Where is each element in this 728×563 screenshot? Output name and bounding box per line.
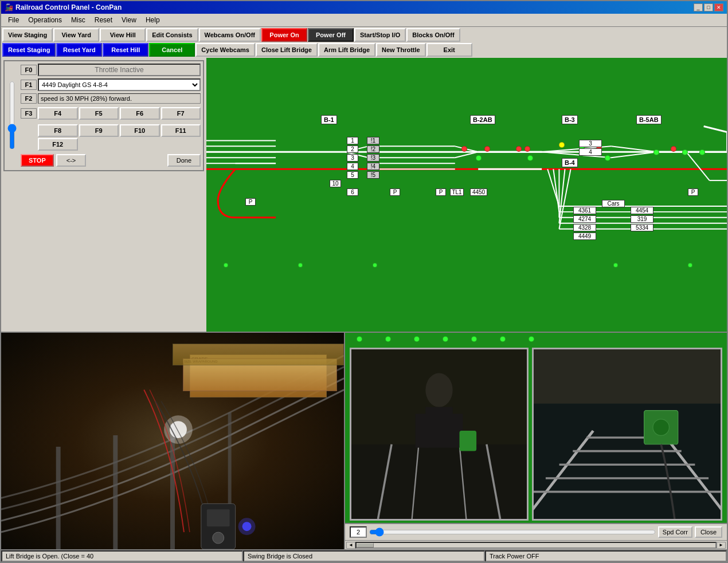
menu-view[interactable]: View (117, 15, 141, 25)
indicator-red-4 (525, 146, 530, 152)
title-bar: 🚂 Railroad Control Panel - ConPan _ □ ✕ (1, 1, 727, 14)
main-content: F0 Throttle Inactive F1 4449 Daylight GS… (1, 58, 727, 332)
cancel-button[interactable]: Cancel (149, 43, 195, 57)
close-lift-bridge-button[interactable]: Close Lift Bridge (256, 43, 318, 57)
scrollbar-track[interactable] (355, 542, 717, 549)
exit-button[interactable]: Exit (426, 43, 472, 57)
track-6-box: 6 (347, 188, 358, 196)
car-319: 319 (631, 215, 653, 223)
view-yard-button[interactable]: View Yard (53, 28, 99, 42)
close-webcam-button[interactable]: Close (695, 526, 722, 538)
status-dot-7 (529, 336, 534, 342)
throttle-speed-slider[interactable] (7, 81, 17, 149)
f3-label: F3 (21, 108, 37, 119)
block-b3-label: B-3 (562, 115, 578, 124)
indicator-red-1 (461, 146, 467, 152)
f12-button[interactable]: F12 (38, 138, 78, 151)
menu-help[interactable]: Help (141, 15, 165, 25)
loco-4450-label: 4450 (470, 188, 487, 196)
menu-reset[interactable]: Reset (90, 15, 117, 25)
ind-5-box: !5 (367, 171, 379, 179)
block-b5ab-label: B-5AB (636, 115, 662, 124)
f10-button[interactable]: F10 (120, 124, 160, 137)
webcams-onoff-button[interactable]: Webcams On/Off (199, 28, 261, 42)
speed-number-input[interactable] (350, 526, 367, 538)
indicator-yellow-1 (559, 142, 565, 148)
swing-bridge-status: Swing Bridge is Closed (243, 550, 485, 562)
track-10-box: 10 (330, 180, 341, 187)
throttle-bottom-controls: Spd Corr Close (345, 523, 727, 540)
svg-point-55 (425, 373, 452, 407)
maximize-button[interactable]: □ (704, 3, 713, 11)
view-hill-button[interactable]: View Hill (100, 28, 146, 42)
power-off-button[interactable]: Power Off (308, 28, 354, 42)
edit-consists-button[interactable]: Edit Consists (146, 28, 198, 42)
f7-button[interactable]: F7 (161, 107, 201, 120)
view-staging-button[interactable]: View Staging (2, 28, 53, 42)
menu-misc[interactable]: Misc (66, 15, 90, 25)
track-2-box: 2 (347, 145, 358, 153)
car-4449: 4449 (573, 233, 596, 240)
f8-button[interactable]: F8 (38, 124, 78, 137)
svg-rect-56 (425, 407, 452, 448)
close-button[interactable]: ✕ (714, 3, 723, 11)
bottom-dot-1 (224, 263, 228, 267)
start-stop-io-button[interactable]: Start/Stop I/O (354, 28, 406, 42)
status-dot-4 (443, 336, 448, 342)
power-on-button[interactable]: Power On (261, 28, 307, 42)
f5-button[interactable]: F5 (79, 107, 119, 120)
direction-button[interactable]: <-> (56, 154, 87, 167)
done-button[interactable]: Done (167, 154, 201, 167)
f2-label: F2 (21, 93, 37, 104)
bottom-dot-3 (373, 263, 377, 267)
ind-4-box: !4 (367, 163, 379, 170)
bottom-dot-5 (688, 263, 692, 267)
bottom-dot-4 (613, 263, 618, 267)
track-power-status: Track Power OFF (485, 550, 727, 562)
reset-staging-button[interactable]: Reset Staging (2, 43, 56, 57)
cycle-webcams-button[interactable]: Cycle Webcams (195, 43, 255, 57)
indicator-green-6 (682, 149, 688, 155)
status-dot-6 (500, 336, 506, 342)
ind-1-box: !1 (367, 137, 379, 144)
track-diagram (206, 58, 727, 332)
app-icon: 🚂 (5, 3, 13, 11)
minimize-button[interactable]: _ (694, 3, 703, 11)
svg-point-48 (213, 532, 224, 544)
block-b4-label: B-4 (562, 158, 578, 167)
track-layout: B-1 B-2AB B-3 B-4 B-5AB B-6 B-13 B-7 1 2… (206, 58, 727, 332)
speed-slider-bottom[interactable] (369, 527, 656, 537)
indicator-green-2 (527, 155, 533, 161)
track-5-box: 5 (347, 171, 358, 179)
svg-rect-61 (534, 349, 721, 404)
f11-button[interactable]: F11 (161, 124, 201, 137)
p-label-2: P (390, 188, 400, 196)
status-dot-5 (471, 336, 477, 342)
menu-bar: File Operations Misc Reset View Help (1, 14, 727, 27)
scroll-right-button[interactable]: ► (717, 542, 726, 549)
throttle-panel: F0 Throttle Inactive F1 4449 Daylight GS… (3, 60, 204, 171)
reset-yard-button[interactable]: Reset Yard (56, 43, 102, 57)
svg-point-70 (653, 419, 669, 435)
new-throttle-button[interactable]: New Throttle (376, 43, 426, 57)
stop-button[interactable]: STOP (21, 154, 54, 167)
status-dot-2 (385, 336, 391, 342)
reset-hill-button[interactable]: Reset Hill (103, 43, 148, 57)
tl1-label: TL1 (450, 188, 464, 196)
track-4-box: 4 (347, 163, 358, 170)
menu-operations[interactable]: Operations (24, 15, 66, 25)
block-b2ab-label: B-2AB (470, 115, 495, 124)
track-3-box: 3 (347, 154, 358, 162)
spd-corr-button[interactable]: Spd Corr (658, 526, 692, 538)
ind-2-box: !2 (367, 145, 379, 153)
menu-file[interactable]: File (3, 15, 24, 25)
f9-button[interactable]: F9 (79, 124, 119, 137)
arm-lift-bridge-button[interactable]: Arm Lift Bridge (318, 43, 375, 57)
scroll-left-button[interactable]: ◄ (346, 542, 355, 549)
blocks-onoff-button[interactable]: Blocks On/Off (406, 28, 460, 42)
f6-button[interactable]: F6 (120, 107, 160, 120)
horizontal-scrollbar: ◄ ► (345, 540, 727, 549)
loco-select[interactable]: 4449 Daylight GS 4-8-4 (38, 78, 201, 91)
f4-button[interactable]: F4 (38, 107, 78, 120)
window-title: Railroad Control Panel - ConPan (15, 3, 122, 11)
